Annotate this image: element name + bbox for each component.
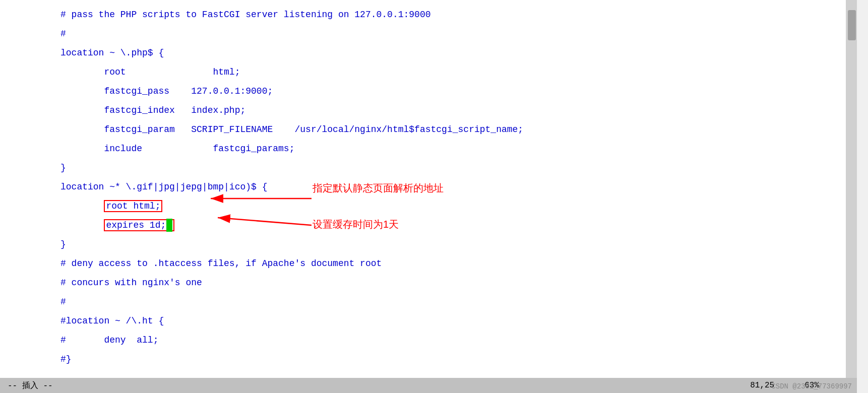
status-bar: -- 插入 -- 81,25 63% CSDN @2301_77369997: [0, 378, 857, 393]
code-line-2: #: [60, 24, 857, 43]
code-line-18: # deny all;: [60, 331, 857, 350]
code-line-4: root html;: [60, 62, 857, 82]
code-line-16: #: [60, 292, 857, 311]
code-line-19: #}: [60, 350, 857, 369]
code-line-17: #location ~ /\.ht {: [60, 311, 857, 331]
code-line-11: root html;: [60, 196, 857, 216]
annotation-label-1: 指定默认静态页面解析的地址: [313, 181, 444, 195]
scrollbar-thumb[interactable]: [848, 10, 856, 40]
editor-area: # pass the PHP scripts to FastCGI server…: [0, 0, 857, 378]
scrollbar[interactable]: [846, 0, 857, 378]
annotation-label-2: 设置缓存时间为1天: [313, 218, 399, 231]
code-line-9: }: [60, 158, 857, 177]
code-line-1: # pass the PHP scripts to FastCGI server…: [60, 5, 857, 24]
watermark: CSDN @2301_77369997: [771, 382, 852, 390]
code-line-6: fastcgi_index index.php;: [60, 101, 857, 120]
code-line-5: fastcgi_pass 127.0.0.1:9000;: [60, 82, 857, 101]
code-line-10: location ~* \.gif|jpg|jepg|bmp|ico)$ {: [60, 177, 857, 196]
code-line-7: fastcgi_param SCRIPT_FILENAME /usr/local…: [60, 120, 857, 139]
status-mode: -- 插入 --: [8, 380, 750, 391]
code-line-8: include fastcgi_params;: [60, 139, 857, 158]
status-position: 81,25: [750, 381, 774, 390]
code-line-12: expires 1d;: [60, 216, 857, 235]
code-line-3: location ~ \.php$ {: [60, 43, 857, 62]
code-line-14: # deny access to .htaccess files, if Apa…: [60, 254, 857, 273]
code-line-15: # concurs with nginx's one: [60, 273, 857, 292]
code-line-13: }: [60, 235, 857, 254]
